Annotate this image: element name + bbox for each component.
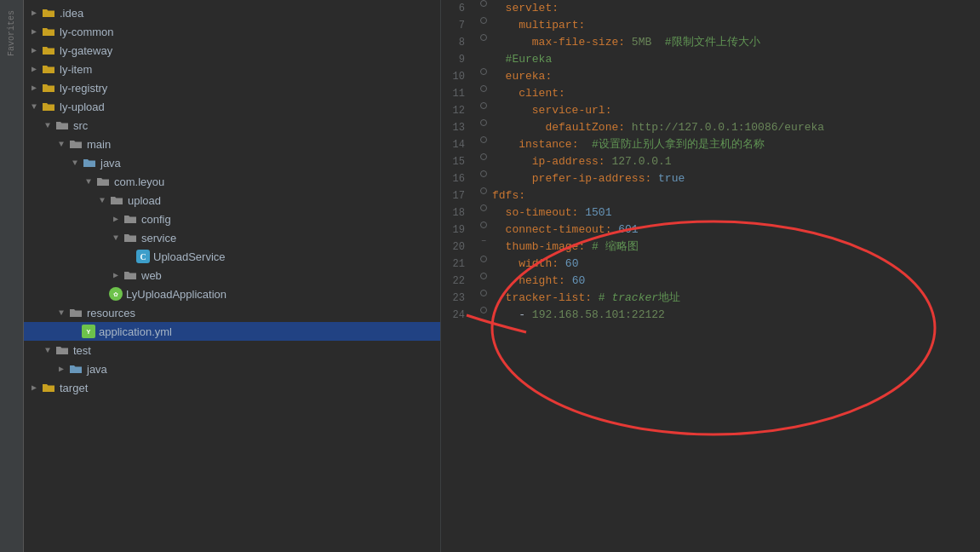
tree-item-ly-upload[interactable]: ly-upload (24, 97, 440, 116)
label-java2: java (87, 363, 107, 376)
label-service: service (141, 232, 176, 244)
folder-icon-com-leyou (95, 175, 111, 187)
arrow-com-leyou (82, 177, 95, 187)
fold-dot-19 (480, 221, 487, 228)
label-upload-service: UploadService (153, 250, 226, 263)
arrow-ly-item (27, 64, 41, 74)
tree-item-ly-upload-app[interactable]: ✿ LyUploadApplication (24, 285, 440, 303)
line-content-9: #Eureka (492, 51, 980, 68)
tree-item-target[interactable]: target (24, 378, 440, 397)
label-idea: .idea (60, 7, 83, 20)
folder-icon-idea (41, 7, 56, 19)
line-num-12: 12 (441, 102, 475, 119)
folder-icon-resources (68, 307, 83, 319)
tree-item-test[interactable]: test (24, 341, 440, 359)
line-num-6: 6 (441, 0, 475, 17)
arrow-web (109, 270, 123, 280)
label-target: target (60, 382, 88, 394)
label-ly-gateway: ly-gateway (60, 44, 112, 57)
line-num-7: 7 (441, 17, 475, 34)
line-num-8: 8 (441, 34, 475, 51)
arrow-java2 (54, 364, 68, 374)
fold-dot-21 (480, 256, 487, 262)
tree-item-java2[interactable]: java (24, 359, 440, 378)
label-com-leyou: com.leyou (114, 175, 164, 188)
line-content-6: servlet: (492, 0, 980, 17)
arrow-idea (27, 8, 41, 18)
folder-icon-ly-common (41, 26, 56, 37)
gutter-11 (475, 85, 492, 92)
fold-dash-20: − (480, 239, 487, 245)
line-num-16: 16 (441, 170, 475, 187)
line-num-15: 15 (441, 153, 475, 170)
arrow-ly-gateway (27, 45, 41, 55)
fold-dot-13 (480, 119, 487, 126)
tree-item-main[interactable]: main (24, 135, 440, 153)
label-ly-upload: ly-upload (60, 101, 105, 113)
tree-item-upload[interactable]: upload (24, 191, 440, 210)
code-line-22: 22 height: 60 (441, 273, 980, 290)
label-ly-registry: ly-registry (60, 82, 107, 95)
gutter-13 (475, 119, 492, 126)
fold-dot-8 (480, 34, 487, 41)
gutter-21 (475, 256, 492, 262)
code-editor: 6 servlet: 7 multipart: 8 max-file-size:… (441, 0, 980, 552)
label-src: src (73, 119, 88, 132)
tree-item-ly-gateway[interactable]: ly-gateway (24, 41, 440, 60)
code-line-11: 11 client: (441, 85, 980, 102)
tree-item-ly-common[interactable]: ly-common (24, 22, 440, 41)
arrow-src (41, 121, 54, 130)
line-num-18: 18 (441, 204, 475, 221)
fold-dot-23 (480, 290, 487, 296)
fold-dot-12 (480, 102, 487, 109)
arrow-main (54, 140, 68, 149)
tree-item-web[interactable]: web (24, 266, 440, 285)
gutter-12 (475, 102, 492, 109)
line-num-22: 22 (441, 273, 475, 290)
fold-dot-10 (480, 68, 487, 75)
gutter-23 (475, 290, 492, 296)
line-content-11: client: (492, 85, 980, 102)
folder-icon-test (54, 344, 70, 356)
line-num-14: 14 (441, 136, 475, 153)
code-line-24: 24 - 192.168.58.101:22122 (441, 307, 980, 324)
folder-icon-ly-upload (41, 101, 56, 112)
tree-item-service[interactable]: service (24, 228, 440, 247)
line-content-19: connect-timeout: 601 (492, 221, 980, 239)
label-resources: resources (87, 307, 135, 319)
folder-icon-ly-registry (41, 82, 56, 94)
fold-dot-16 (480, 170, 487, 177)
spring-icon-ly-upload-app: ✿ (109, 287, 123, 301)
favorites-label[interactable]: Favorites (5, 7, 18, 60)
line-content-20: thumb-image: # 缩略图 (492, 239, 980, 256)
line-content-23: tracker-list: # tracker地址 (492, 290, 980, 307)
code-line-10: 10 eureka: (441, 68, 980, 85)
gutter-19 (475, 221, 492, 228)
tree-item-resources[interactable]: resources (24, 303, 440, 322)
code-line-18: 18 so-timeout: 1501 (441, 204, 980, 221)
code-line-9: 9 #Eureka (441, 51, 980, 68)
label-main: main (87, 138, 111, 151)
tree-item-ly-registry[interactable]: ly-registry (24, 78, 440, 97)
fold-dot-24 (480, 307, 487, 313)
arrow-ly-common (27, 26, 41, 37)
tree-item-src[interactable]: src (24, 116, 440, 135)
fold-dot-6 (480, 0, 487, 7)
tree-item-com-leyou[interactable]: com.leyou (24, 172, 440, 191)
arrow-service (109, 233, 123, 243)
line-content-22: height: 60 (492, 273, 980, 290)
folder-icon-service (123, 232, 138, 244)
folder-icon-target (41, 382, 56, 394)
code-line-19: 19 connect-timeout: 601 (441, 221, 980, 239)
file-tree: .idea ly-common ly-gateway (24, 0, 441, 552)
tree-item-idea[interactable]: .idea (24, 3, 440, 22)
tree-item-ly-item[interactable]: ly-item (24, 60, 440, 78)
line-content-15: ip-address: 127.0.0.1 (492, 153, 980, 170)
tree-item-config[interactable]: config (24, 210, 440, 228)
line-num-24: 24 (441, 307, 475, 324)
tree-item-upload-service[interactable]: C UploadService (24, 247, 440, 266)
tree-item-application-yml[interactable]: Y application.yml (24, 322, 440, 341)
line-content-12: service-url: (492, 102, 980, 119)
line-num-9: 9 (441, 51, 475, 68)
tree-item-java[interactable]: java (24, 153, 440, 172)
